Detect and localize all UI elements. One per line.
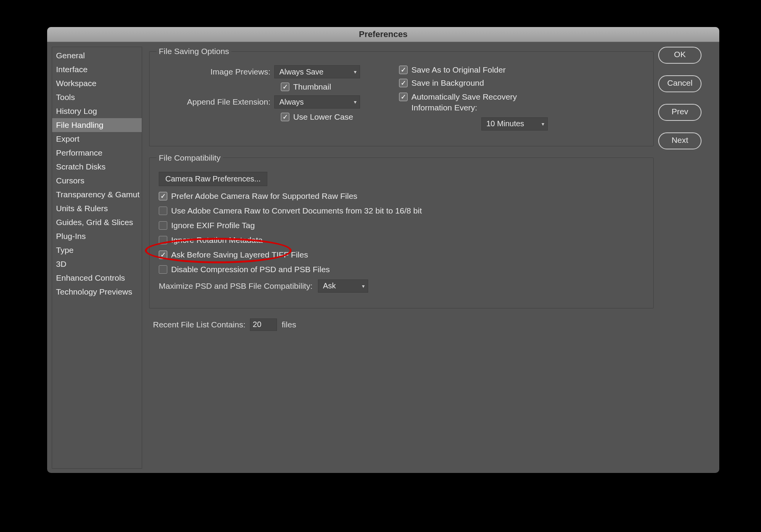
- check-icon: ✓: [281, 113, 289, 121]
- sidebar-item-interface[interactable]: Interface: [52, 63, 142, 76]
- sidebar-item-transparency-gamut[interactable]: Transparency & Gamut: [52, 188, 142, 202]
- save-background-label: Save in Background: [411, 78, 484, 88]
- sidebar-item-workspace[interactable]: Workspace: [52, 76, 142, 90]
- recent-files-row: Recent File List Contains: files: [153, 319, 654, 331]
- prev-button[interactable]: Prev: [658, 104, 702, 121]
- sidebar-item-units-rulers[interactable]: Units & Rulers: [52, 202, 142, 215]
- check-icon: ✓: [399, 79, 408, 87]
- ignore-exif-label: Ignore EXIF Profile Tag: [171, 221, 255, 230]
- save-as-original-checkbox[interactable]: ✓ Save As to Original Folder: [399, 65, 506, 75]
- sidebar-item-general[interactable]: General: [52, 49, 142, 63]
- ask-tiff-checkbox[interactable]: ✓: [159, 251, 167, 259]
- append-ext-value: Always: [279, 98, 304, 107]
- auto-save-label: Automatically Save Recovery Information …: [411, 91, 517, 114]
- image-previews-label: Image Previews:: [156, 67, 274, 76]
- save-background-checkbox[interactable]: ✓ Save in Background: [399, 78, 484, 88]
- ignore-rotation-label: Ignore Rotation Metadata: [171, 236, 263, 245]
- image-previews-value: Always Save: [279, 68, 324, 76]
- sidebar-item-file-handling[interactable]: File Handling: [52, 118, 142, 132]
- sidebar-item-plug-ins[interactable]: Plug-Ins: [52, 229, 142, 243]
- group-file-saving: File Saving Options Image Previews: Alwa…: [149, 47, 654, 146]
- chevron-down-icon: ▾: [354, 99, 357, 105]
- titlebar: Preferences: [47, 27, 719, 42]
- sidebar-item-enhanced-controls[interactable]: Enhanced Controls: [52, 271, 142, 285]
- group-file-compatibility: File Compatibility Camera Raw Preference…: [149, 153, 654, 308]
- thumbnail-label: Thumbnail: [293, 82, 331, 91]
- image-previews-dropdown[interactable]: Always Save ▾: [274, 65, 360, 78]
- prefer-acr-checkbox[interactable]: ✓: [159, 192, 167, 200]
- sidebar-item-history-log[interactable]: History Log: [52, 104, 142, 118]
- maximize-compat-value: Ask: [323, 281, 336, 290]
- use-acr-convert-label: Use Adobe Camera Raw to Convert Document…: [171, 206, 422, 215]
- sidebar: GeneralInterfaceWorkspaceToolsHistory Lo…: [52, 47, 142, 469]
- sidebar-item-export[interactable]: Export: [52, 132, 142, 146]
- auto-save-checkbox[interactable]: ✓ Automatically Save Recovery Informatio…: [399, 91, 517, 114]
- prefer-acr-label: Prefer Adobe Camera Raw for Supported Ra…: [171, 191, 357, 201]
- ignore-exif-checkbox[interactable]: [159, 221, 167, 230]
- lower-case-checkbox[interactable]: ✓ Use Lower Case: [281, 112, 353, 122]
- recent-files-suffix: files: [282, 320, 296, 329]
- main-panel: File Saving Options Image Previews: Alwa…: [142, 42, 657, 473]
- recent-files-input[interactable]: [250, 319, 277, 331]
- preferences-window: Preferences GeneralInterfaceWorkspaceToo…: [47, 27, 719, 473]
- chevron-down-icon: ▾: [362, 283, 365, 289]
- sidebar-item-technology-previews[interactable]: Technology Previews: [52, 285, 142, 299]
- save-as-original-label: Save As to Original Folder: [411, 65, 506, 75]
- sidebar-item-3d[interactable]: 3D: [52, 257, 142, 271]
- ok-button[interactable]: OK: [658, 47, 702, 64]
- window-title: Preferences: [359, 29, 408, 39]
- group-file-saving-legend: File Saving Options: [156, 47, 231, 56]
- chevron-down-icon: ▾: [542, 121, 544, 127]
- cancel-button[interactable]: Cancel: [658, 75, 702, 92]
- maximize-compat-label: Maximize PSD and PSB File Compatibility:: [159, 281, 313, 291]
- ask-tiff-label: Ask Before Saving Layered TIFF Files: [171, 250, 308, 259]
- dialog-buttons: OK Cancel Prev Next: [657, 42, 719, 473]
- next-button[interactable]: Next: [658, 132, 702, 149]
- recent-files-label: Recent File List Contains:: [153, 320, 245, 329]
- chevron-down-icon: ▾: [354, 69, 357, 75]
- sidebar-item-type[interactable]: Type: [52, 243, 142, 257]
- thumbnail-checkbox[interactable]: ✓ Thumbnail: [281, 82, 331, 91]
- sidebar-item-performance[interactable]: Performance: [52, 146, 142, 160]
- sidebar-item-cursors[interactable]: Cursors: [52, 174, 142, 188]
- append-ext-label: Append File Extension:: [156, 97, 274, 107]
- append-ext-dropdown[interactable]: Always ▾: [274, 95, 360, 108]
- auto-save-interval-value: 10 Minutes: [486, 119, 524, 128]
- auto-save-interval-dropdown[interactable]: 10 Minutes ▾: [481, 117, 548, 130]
- group-file-compatibility-legend: File Compatibility: [156, 153, 223, 163]
- sidebar-item-scratch-disks[interactable]: Scratch Disks: [52, 160, 142, 174]
- lower-case-label: Use Lower Case: [293, 112, 353, 122]
- sidebar-item-tools[interactable]: Tools: [52, 90, 142, 104]
- check-icon: ✓: [399, 66, 408, 74]
- use-acr-convert-checkbox[interactable]: [159, 207, 167, 215]
- disable-compress-checkbox[interactable]: [159, 265, 167, 274]
- check-icon: ✓: [399, 93, 408, 101]
- ignore-rotation-checkbox[interactable]: [159, 236, 167, 244]
- check-icon: ✓: [281, 83, 289, 91]
- disable-compress-label: Disable Compression of PSD and PSB Files: [171, 265, 330, 274]
- sidebar-item-guides-grid-slices[interactable]: Guides, Grid & Slices: [52, 215, 142, 229]
- maximize-compat-dropdown[interactable]: Ask ▾: [318, 280, 368, 293]
- camera-raw-prefs-button[interactable]: Camera Raw Preferences...: [159, 172, 267, 186]
